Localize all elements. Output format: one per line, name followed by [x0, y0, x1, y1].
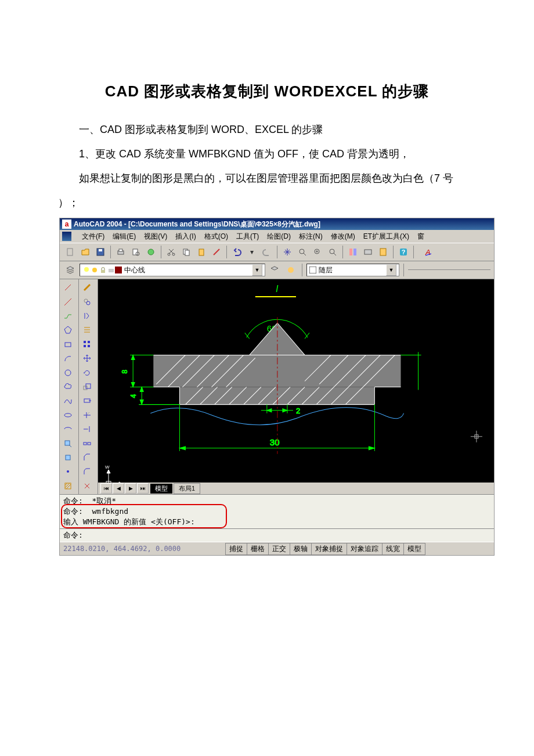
- color-combo[interactable]: 随层 ▼: [306, 264, 399, 276]
- properties-icon[interactable]: [346, 245, 360, 259]
- dcenter-icon[interactable]: [361, 245, 375, 259]
- drawing-canvas[interactable]: I 60°: [98, 279, 494, 494]
- undo-icon[interactable]: [230, 245, 244, 259]
- make-block-icon[interactable]: [61, 452, 75, 463]
- explode-icon[interactable]: [80, 480, 94, 492]
- rectangle-icon[interactable]: [61, 339, 75, 350]
- revcloud-icon[interactable]: [61, 381, 75, 393]
- dropdown-icon[interactable]: ▾: [245, 245, 259, 259]
- chevron-down-icon[interactable]: ▼: [386, 264, 396, 276]
- control-menu-icon[interactable]: [62, 232, 71, 241]
- rotate-icon[interactable]: [80, 366, 94, 378]
- extend-icon[interactable]: [80, 423, 94, 435]
- copy-icon[interactable]: [179, 245, 193, 259]
- point-icon[interactable]: [61, 466, 75, 477]
- pan-icon[interactable]: [280, 245, 294, 259]
- menu-format[interactable]: 格式(O): [204, 232, 228, 242]
- menu-window[interactable]: 窗: [417, 232, 424, 242]
- cmd-line-2: 命令: wmfbkgnd: [63, 506, 490, 517]
- menu-modify[interactable]: 修改(M): [331, 232, 355, 242]
- chevron-down-icon[interactable]: ▼: [252, 264, 262, 276]
- redo-icon[interactable]: [260, 245, 274, 259]
- ellipse-arc-icon[interactable]: [61, 423, 75, 435]
- save-icon[interactable]: [93, 245, 107, 259]
- layer-prev-icon[interactable]: [268, 263, 282, 277]
- polar-toggle[interactable]: 极轴: [290, 543, 312, 555]
- svg-marker-98: [140, 387, 143, 392]
- new-icon[interactable]: [63, 245, 77, 259]
- match-icon[interactable]: [210, 245, 223, 259]
- menu-view[interactable]: 视图(V): [144, 232, 167, 242]
- text-style-icon[interactable]: A: [421, 245, 435, 259]
- zoom-prev-icon[interactable]: [326, 245, 340, 259]
- xline-icon[interactable]: [61, 296, 75, 307]
- array-icon[interactable]: [80, 339, 94, 350]
- menu-dim[interactable]: 标注(N): [299, 232, 323, 242]
- polygon-icon[interactable]: [61, 324, 75, 336]
- menu-insert[interactable]: 插入(I): [175, 232, 196, 242]
- tab-model[interactable]: 模型: [150, 484, 172, 494]
- help-icon[interactable]: ?: [396, 245, 410, 259]
- tab-prev-icon[interactable]: ◀: [113, 483, 124, 494]
- move-icon[interactable]: [80, 352, 94, 364]
- tool-palette-icon[interactable]: [376, 245, 390, 259]
- stretch-icon[interactable]: [80, 395, 94, 406]
- line-icon[interactable]: [61, 282, 75, 293]
- zoom-window-icon[interactable]: [311, 245, 324, 259]
- scale-icon[interactable]: [80, 381, 94, 393]
- insert-block-icon[interactable]: [61, 437, 75, 449]
- svg-text:I: I: [276, 283, 279, 294]
- tab-last-icon[interactable]: ⏭: [137, 483, 149, 494]
- chamfer-icon[interactable]: [80, 452, 94, 463]
- svg-text:W: W: [105, 465, 110, 470]
- copy-obj-icon[interactable]: [80, 296, 94, 307]
- separator: [403, 264, 404, 276]
- grid-toggle[interactable]: 栅格: [247, 543, 269, 555]
- paste-icon[interactable]: [194, 245, 208, 259]
- hatch-icon[interactable]: [61, 480, 75, 492]
- layer-state-icon[interactable]: [284, 263, 298, 277]
- otrack-toggle[interactable]: 对象追踪: [347, 543, 383, 555]
- trim-icon[interactable]: [80, 409, 94, 421]
- cmd-prompt[interactable]: 命令:: [63, 530, 490, 541]
- open-icon[interactable]: [78, 245, 92, 259]
- tab-first-icon[interactable]: ⏮: [100, 483, 112, 494]
- pline-icon[interactable]: [61, 310, 75, 322]
- offset-icon[interactable]: [80, 324, 94, 336]
- svg-rect-16: [349, 249, 352, 255]
- mirror-icon[interactable]: [80, 310, 94, 322]
- preview-icon[interactable]: [129, 245, 143, 259]
- publish-icon[interactable]: [144, 245, 158, 259]
- lwt-toggle[interactable]: 线宽: [382, 543, 404, 555]
- snap-toggle[interactable]: 捕捉: [225, 543, 247, 555]
- svg-point-35: [64, 413, 71, 417]
- circle-icon[interactable]: [61, 366, 75, 378]
- layer-manager-icon[interactable]: [63, 263, 77, 277]
- menu-ext[interactable]: ET扩展工具(X): [363, 232, 409, 242]
- menu-draw[interactable]: 绘图(D): [267, 232, 291, 242]
- svg-line-40: [65, 483, 67, 485]
- menu-tools[interactable]: 工具(T): [236, 232, 259, 242]
- osnap-toggle[interactable]: 对象捕捉: [311, 543, 347, 555]
- break-icon[interactable]: [80, 437, 94, 449]
- menu-edit[interactable]: 编辑(E): [113, 232, 136, 242]
- command-area[interactable]: 命令: *取消* 命令: wmfbkgnd 输入 WMFBKGND 的新值 <关…: [60, 494, 494, 542]
- layer-combo[interactable]: 中心线 ▼: [80, 264, 265, 276]
- cut-icon[interactable]: [164, 245, 178, 259]
- tab-next-icon[interactable]: ▶: [125, 483, 136, 494]
- spline-icon[interactable]: [61, 395, 75, 406]
- erase-icon[interactable]: [80, 282, 94, 293]
- arc-icon[interactable]: [61, 352, 75, 364]
- doc-title: CAD 图形或表格复制到 WORDEXCEL 的步骤: [58, 81, 476, 102]
- ellipse-icon[interactable]: [61, 409, 75, 421]
- tab-layout1[interactable]: 布局1: [174, 483, 200, 494]
- svg-rect-45: [84, 341, 86, 343]
- model-toggle[interactable]: 模型: [403, 543, 425, 555]
- menu-file[interactable]: 文件(F): [82, 232, 104, 242]
- zoom-realtime-icon[interactable]: [295, 245, 309, 259]
- print-icon[interactable]: [114, 245, 128, 259]
- fillet-icon[interactable]: [80, 466, 94, 477]
- svg-point-7: [148, 249, 154, 255]
- ortho-toggle[interactable]: 正交: [268, 543, 290, 555]
- autocad-window: a AutoCAD 2004 - [C:\Documents and Setti…: [59, 218, 495, 556]
